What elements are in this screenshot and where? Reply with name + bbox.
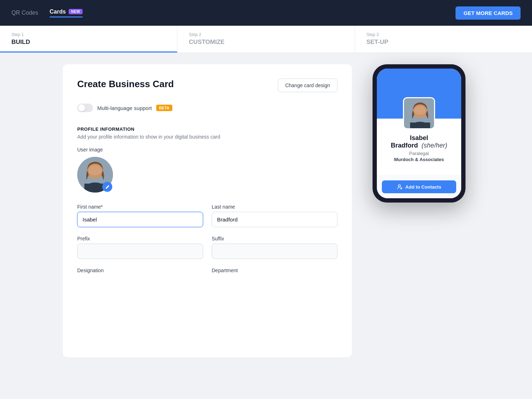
svg-rect-9 bbox=[410, 123, 430, 129]
phone-job-title: Paralegal bbox=[384, 151, 454, 156]
suffix-input[interactable] bbox=[212, 244, 338, 259]
prefix-input[interactable] bbox=[77, 244, 203, 259]
step-2[interactable]: Step 2 CUSTOMIZE bbox=[177, 26, 355, 53]
designation-department-row: Designation Department bbox=[77, 268, 338, 275]
multi-language-toggle[interactable] bbox=[77, 104, 93, 112]
profile-section: PROFILE INFORMATION Add your profile inf… bbox=[77, 126, 338, 275]
multi-language-row: Multi-language support BETA bbox=[77, 104, 338, 112]
svg-point-7 bbox=[414, 106, 426, 115]
phone-pronouns: (she/her) bbox=[422, 142, 447, 149]
step-1-label: Step 1 bbox=[11, 32, 166, 37]
department-group: Department bbox=[212, 268, 338, 275]
svg-point-2 bbox=[89, 165, 102, 175]
phone-actions: Add to Contacts bbox=[377, 175, 461, 198]
nav-qr-codes[interactable]: QR Codes bbox=[11, 10, 38, 16]
profile-section-desc: Add your profile information to show in … bbox=[77, 134, 338, 140]
step-3-name: SET-UP bbox=[366, 39, 521, 46]
first-name-group: First name* bbox=[77, 204, 203, 227]
form-header: Create Business Card Change card design bbox=[77, 79, 338, 92]
first-name-input[interactable] bbox=[77, 212, 203, 227]
get-more-cards-button[interactable]: GET MORE CARDS bbox=[455, 6, 521, 20]
prefix-suffix-row: Prefix Suffix bbox=[77, 236, 338, 259]
department-label: Department bbox=[212, 268, 338, 273]
avatar-edit-button[interactable] bbox=[102, 182, 112, 192]
suffix-group: Suffix bbox=[212, 236, 338, 259]
add-to-contacts-button[interactable]: Add to Contacts bbox=[382, 180, 456, 193]
new-badge: NEW bbox=[69, 9, 83, 14]
change-card-design-button[interactable]: Change card design bbox=[278, 79, 338, 92]
profile-section-title: PROFILE INFORMATION bbox=[77, 126, 338, 132]
add-contacts-label: Add to Contacts bbox=[405, 184, 441, 190]
svg-point-10 bbox=[398, 185, 400, 187]
step-1-name: BUILD bbox=[11, 39, 166, 46]
form-title: Create Business Card bbox=[77, 79, 174, 90]
first-name-label: First name* bbox=[77, 204, 203, 210]
step-2-label: Step 2 bbox=[189, 32, 343, 37]
main-content: Create Business Card Change card design … bbox=[51, 64, 481, 357]
prefix-group: Prefix bbox=[77, 236, 203, 259]
suffix-label: Suffix bbox=[212, 236, 338, 241]
step-3-label: Step 3 bbox=[366, 32, 521, 37]
main-nav: QR Codes Cards NEW bbox=[11, 9, 455, 18]
user-image-label: User image bbox=[77, 147, 338, 153]
last-name-input[interactable] bbox=[212, 212, 338, 227]
beta-badge: BETA bbox=[156, 105, 172, 111]
preview-panel: Isabel Bradford (she/her) Paralegal Murd… bbox=[369, 64, 469, 357]
phone-card-top bbox=[377, 69, 461, 119]
designation-group: Designation bbox=[77, 268, 203, 275]
last-name-label: Last name bbox=[212, 204, 338, 210]
phone-name: Isabel Bradford (she/her) bbox=[384, 134, 454, 149]
person-add-icon bbox=[397, 184, 403, 190]
pencil-icon bbox=[105, 185, 110, 189]
toggle-knob bbox=[78, 104, 85, 111]
avatar-wrapper bbox=[77, 157, 113, 193]
app-header: QR Codes Cards NEW GET MORE CARDS bbox=[0, 0, 532, 26]
phone-first-name: Isabel bbox=[410, 134, 428, 141]
prefix-label: Prefix bbox=[77, 236, 203, 241]
nav-cards[interactable]: Cards NEW bbox=[50, 9, 83, 18]
step-1[interactable]: Step 1 BUILD bbox=[0, 26, 177, 53]
step-3[interactable]: Step 3 SET-UP bbox=[355, 26, 532, 53]
phone-last-name: Bradford bbox=[391, 142, 418, 149]
multi-language-label: Multi-language support bbox=[97, 105, 152, 111]
form-panel: Create Business Card Change card design … bbox=[63, 64, 352, 357]
step-2-name: CUSTOMIZE bbox=[189, 39, 343, 46]
phone-frame: Isabel Bradford (she/her) Paralegal Murd… bbox=[373, 64, 466, 203]
phone-avatar-image bbox=[404, 98, 435, 129]
steps-bar: Step 1 BUILD Step 2 CUSTOMIZE Step 3 SET… bbox=[0, 26, 532, 53]
last-name-group: Last name bbox=[212, 204, 338, 227]
designation-label: Designation bbox=[77, 268, 203, 273]
nav-cards-label: Cards bbox=[50, 9, 66, 15]
phone-screen: Isabel Bradford (she/her) Paralegal Murd… bbox=[377, 69, 461, 198]
phone-avatar bbox=[403, 97, 435, 129]
name-row: First name* Last name bbox=[77, 204, 338, 227]
phone-company: Murdoch & Associates bbox=[384, 157, 454, 162]
